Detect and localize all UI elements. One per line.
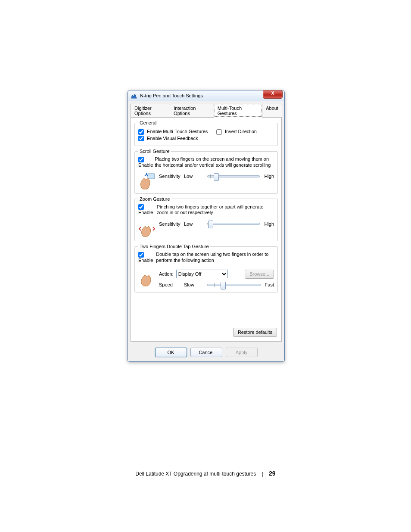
scroll-enable-label[interactable]: Enable (138, 156, 153, 168)
scroll-sensitivity-slider[interactable] (207, 175, 260, 177)
page-footer: Dell Latitude XT Opgradering af multi-to… (0, 470, 411, 477)
zoom-sensitivity-label: Sensitivity (159, 221, 181, 227)
action-select[interactable]: Display Off (176, 270, 228, 278)
scroll-enable-text: Enable (138, 162, 153, 168)
invert-direction-label[interactable]: Invert Direction (216, 129, 257, 135)
zoom-description: Pinching two fingers together or apart w… (157, 204, 274, 216)
footer-text: Dell Latitude XT Opgradering af multi-to… (135, 471, 256, 477)
dialog-buttons: OK Cancel Apply (128, 344, 284, 361)
enable-multitouch-checkbox[interactable] (138, 129, 144, 135)
app-icon (131, 92, 137, 99)
enable-visual-feedback-label[interactable]: Enable Visual Feedback (138, 136, 198, 142)
general-legend: General (138, 120, 158, 125)
cancel-button[interactable]: Cancel (190, 348, 222, 357)
dtap-enable-text: Enable (138, 258, 153, 263)
dtap-legend: Two Fingers Double Tap Gesture (138, 244, 210, 249)
fast-label: Fast (265, 282, 274, 287)
scroll-legend: Scroll Gesture (138, 149, 171, 154)
speed-slider[interactable] (207, 284, 261, 286)
enable-visual-feedback-checkbox[interactable] (138, 136, 144, 141)
settings-dialog: N-trig Pen and Touch Settings X Digitize… (128, 90, 285, 362)
restore-defaults-button[interactable]: Restore defaults (233, 328, 277, 337)
zoom-gesture-icon (138, 220, 156, 237)
invert-direction-text: Invert Direction (225, 129, 257, 134)
dtap-description: Double tap on the screen using two finge… (156, 252, 274, 264)
tab-about[interactable]: About (262, 104, 282, 117)
tab-multi-touch-gestures[interactable]: Multi-Touch Gestures (214, 104, 262, 118)
scroll-high-label: High (264, 174, 274, 179)
dtap-enable-label[interactable]: Enable (138, 252, 154, 263)
apply-button[interactable]: Apply (226, 348, 258, 357)
general-group: General Enable Multi-Touch Gestures Inve… (134, 120, 278, 146)
zoom-enable-checkbox[interactable] (138, 204, 144, 210)
scroll-low-label: Low (184, 174, 203, 179)
tab-strip: Digitizer Options Interaction Options Mu… (131, 104, 282, 118)
enable-visual-feedback-text: Enable Visual Feedback (147, 136, 198, 141)
browse-button[interactable]: Browse... (245, 270, 274, 279)
close-button[interactable]: X (263, 90, 283, 99)
action-label: Action: (159, 271, 174, 277)
titlebar[interactable]: N-trig Pen and Touch Settings X (128, 90, 284, 101)
page-number: 29 (269, 470, 276, 477)
scroll-description: Placing two fingers on the screen and mo… (155, 156, 274, 168)
tab-digitizer-options[interactable]: Digitizer Options (131, 104, 170, 117)
footer-separator: | (262, 471, 263, 477)
tab-interaction-options[interactable]: Interaction Options (170, 104, 214, 117)
tab-panel: General Enable Multi-Touch Gestures Inve… (131, 118, 282, 342)
double-tap-gesture-group: Two Fingers Double Tap Gesture Enable Do… (134, 244, 278, 292)
zoom-sensitivity-slider[interactable] (207, 223, 260, 225)
zoom-legend: Zoom Gesture (138, 196, 171, 202)
enable-multitouch-label[interactable]: Enable Multi-Touch Gestures (138, 129, 208, 135)
speed-label: Speed (159, 282, 181, 287)
dtap-enable-checkbox[interactable] (138, 252, 144, 258)
dtap-gesture-icon (138, 268, 156, 289)
svg-rect-0 (148, 174, 155, 179)
window-title: N-trig Pen and Touch Settings (140, 93, 203, 98)
zoom-enable-text: Enable (138, 210, 153, 215)
slow-label: Slow (184, 282, 203, 287)
scroll-gesture-icon (138, 173, 156, 190)
zoom-enable-label[interactable]: Enable (138, 204, 155, 215)
invert-direction-checkbox[interactable] (216, 129, 222, 135)
ok-button[interactable]: OK (155, 348, 187, 357)
scroll-sensitivity-label: Sensitivity (159, 174, 181, 179)
enable-multitouch-text: Enable Multi-Touch Gestures (147, 129, 208, 134)
scroll-gesture-group: Scroll Gesture Enable Placing two finger… (134, 149, 278, 194)
scroll-enable-checkbox[interactable] (138, 157, 144, 162)
zoom-low-label: Low (184, 221, 203, 227)
zoom-high-label: High (264, 221, 274, 227)
zoom-gesture-group: Zoom Gesture Enable Pinching two fingers… (134, 196, 278, 242)
